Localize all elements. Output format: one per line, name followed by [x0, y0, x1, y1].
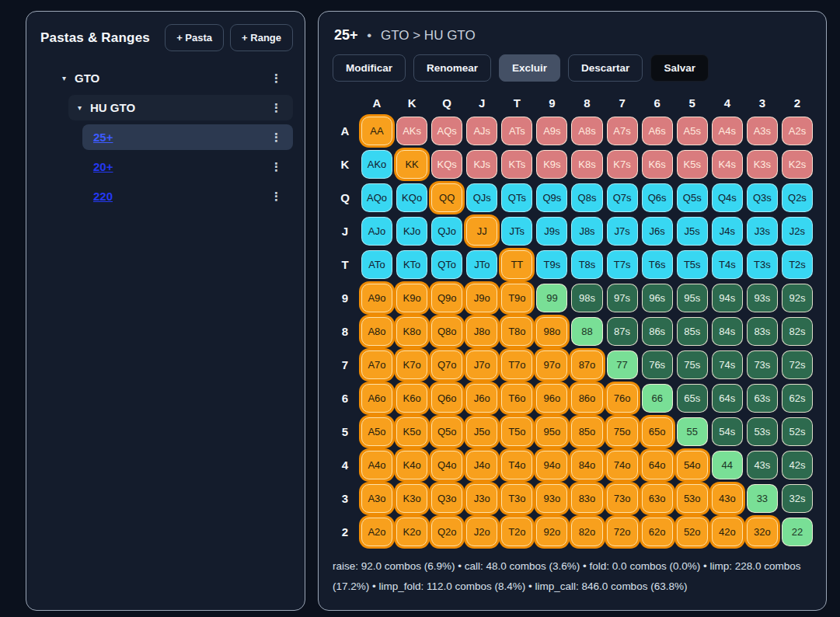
hand-cell-87o[interactable]: 87o	[571, 350, 602, 379]
hand-cell-j3s[interactable]: J3s	[747, 217, 778, 246]
hand-cell-a9o[interactable]: A9o	[361, 284, 392, 312]
hand-cell-aks[interactable]: AKs	[396, 117, 427, 145]
hand-cell-92s[interactable]: 92s	[782, 284, 813, 312]
hand-cell-83o[interactable]: 83o	[571, 484, 602, 513]
hand-cell-ajo[interactable]: AJo	[361, 217, 392, 246]
hand-cell-95o[interactable]: 95o	[536, 417, 567, 446]
hand-cell-42s[interactable]: 42s	[782, 451, 813, 479]
hand-cell-88[interactable]: 88	[571, 317, 602, 346]
hand-cell-82s[interactable]: 82s	[782, 317, 813, 346]
hand-cell-73o[interactable]: 73o	[607, 484, 638, 513]
hand-cell-jto[interactable]: JTo	[466, 250, 497, 279]
hand-cell-q7s[interactable]: Q7s	[607, 183, 638, 212]
hand-cell-t2s[interactable]: T2s	[782, 250, 813, 279]
hand-cell-83s[interactable]: 83s	[747, 317, 778, 346]
hand-cell-t5s[interactable]: T5s	[677, 250, 708, 279]
hand-cell-44[interactable]: 44	[712, 451, 743, 479]
hand-cell-96o[interactable]: 96o	[536, 384, 567, 413]
caret-down-icon[interactable]: ▾	[78, 104, 82, 112]
kebab-menu-icon[interactable]: ⋮	[267, 131, 285, 143]
hand-cell-k8s[interactable]: K8s	[571, 150, 602, 179]
hand-cell-52o[interactable]: 52o	[677, 518, 708, 546]
hand-cell-t8s[interactable]: T8s	[571, 250, 602, 279]
hand-cell-k9o[interactable]: K9o	[396, 284, 427, 312]
hand-cell-kts[interactable]: KTs	[501, 150, 532, 179]
hand-cell-33[interactable]: 33	[747, 484, 778, 513]
hand-cell-22[interactable]: 22	[782, 518, 813, 546]
hand-cell-qq[interactable]: QQ	[431, 183, 462, 212]
hand-cell-q9o[interactable]: Q9o	[431, 284, 462, 312]
hand-cell-65o[interactable]: 65o	[642, 417, 673, 446]
hand-cell-84o[interactable]: 84o	[571, 451, 602, 479]
hand-cell-t5o[interactable]: T5o	[501, 417, 532, 446]
hand-cell-a4o[interactable]: A4o	[361, 451, 392, 479]
kebab-menu-icon[interactable]: ⋮	[267, 102, 285, 113]
hand-cell-t9s[interactable]: T9s	[536, 250, 567, 279]
tree-item-gto[interactable]: ▾GTO⋮	[59, 65, 293, 91]
hand-cell-j5o[interactable]: J5o	[466, 417, 497, 446]
hand-cell-j2s[interactable]: J2s	[782, 217, 813, 246]
hand-cell-kqs[interactable]: KQs	[431, 150, 462, 179]
kebab-menu-icon[interactable]: ⋮	[267, 190, 285, 202]
hand-cell-j2o[interactable]: J2o	[466, 518, 497, 546]
hand-cell-a8o[interactable]: A8o	[361, 317, 392, 346]
hand-cell-62o[interactable]: 62o	[642, 518, 673, 546]
excluir-button[interactable]: Excluir	[499, 54, 560, 82]
hand-cell-q6s[interactable]: Q6s	[642, 183, 673, 212]
hand-cell-77[interactable]: 77	[607, 350, 638, 379]
hand-cell-kto[interactable]: KTo	[396, 250, 427, 279]
hand-cell-qts[interactable]: QTs	[501, 183, 532, 212]
hand-cell-tt[interactable]: TT	[501, 250, 532, 279]
tree-item-25[interactable]: 25+⋮	[82, 124, 293, 150]
hand-cell-q2o[interactable]: Q2o	[431, 518, 462, 546]
hand-cell-32o[interactable]: 32o	[747, 518, 778, 546]
hand-cell-q3s[interactable]: Q3s	[747, 183, 778, 212]
hand-cell-kjo[interactable]: KJo	[396, 217, 427, 246]
hand-cell-84s[interactable]: 84s	[712, 317, 743, 346]
hand-cell-k7o[interactable]: K7o	[396, 350, 427, 379]
hand-cell-t3o[interactable]: T3o	[501, 484, 532, 513]
hand-cell-j9o[interactable]: J9o	[466, 284, 497, 312]
hand-cell-t7o[interactable]: T7o	[501, 350, 532, 379]
tree-item-20[interactable]: 20+⋮	[82, 154, 293, 180]
add-range-button[interactable]: + Range	[230, 24, 293, 51]
hand-cell-72s[interactable]: 72s	[782, 350, 813, 379]
hand-cell-52s[interactable]: 52s	[782, 417, 813, 446]
hand-cell-97o[interactable]: 97o	[536, 350, 567, 379]
hand-cell-92o[interactable]: 92o	[536, 518, 567, 546]
hand-cell-t9o[interactable]: T9o	[501, 284, 532, 312]
hand-cell-aqo[interactable]: AQo	[361, 183, 392, 212]
hand-cell-t7s[interactable]: T7s	[607, 250, 638, 279]
hand-cell-a4s[interactable]: A4s	[712, 117, 743, 145]
hand-cell-43o[interactable]: 43o	[712, 484, 743, 513]
hand-cell-j6s[interactable]: J6s	[642, 217, 673, 246]
hand-cell-t2o[interactable]: T2o	[501, 518, 532, 546]
descartar-button[interactable]: Descartar	[568, 54, 643, 82]
hand-cell-k2s[interactable]: K2s	[782, 150, 813, 179]
hand-cell-54s[interactable]: 54s	[712, 417, 743, 446]
hand-cell-t6o[interactable]: T6o	[501, 384, 532, 413]
hand-cell-86o[interactable]: 86o	[571, 384, 602, 413]
hand-cell-j3o[interactable]: J3o	[466, 484, 497, 513]
hand-cell-94o[interactable]: 94o	[536, 451, 567, 479]
hand-cell-63s[interactable]: 63s	[747, 384, 778, 413]
hand-cell-jts[interactable]: JTs	[501, 217, 532, 246]
hand-cell-a3s[interactable]: A3s	[747, 117, 778, 145]
hand-cell-t4o[interactable]: T4o	[501, 451, 532, 479]
hand-cell-64o[interactable]: 64o	[642, 451, 673, 479]
hand-cell-q7o[interactable]: Q7o	[431, 350, 462, 379]
hand-cell-96s[interactable]: 96s	[642, 284, 673, 312]
hand-cell-99[interactable]: 99	[536, 284, 567, 312]
hand-cell-t4s[interactable]: T4s	[712, 250, 743, 279]
hand-cell-kjs[interactable]: KJs	[466, 150, 497, 179]
hand-cell-q6o[interactable]: Q6o	[431, 384, 462, 413]
hand-cell-t3s[interactable]: T3s	[747, 250, 778, 279]
hand-cell-76o[interactable]: 76o	[607, 384, 638, 413]
kebab-menu-icon[interactable]: ⋮	[267, 72, 285, 84]
caret-down-icon[interactable]: ▾	[62, 75, 66, 82]
kebab-menu-icon[interactable]: ⋮	[267, 161, 285, 173]
hand-cell-k7s[interactable]: K7s	[607, 150, 638, 179]
hand-cell-72o[interactable]: 72o	[607, 518, 638, 546]
hand-cell-j7o[interactable]: J7o	[466, 350, 497, 379]
hand-cell-q8o[interactable]: Q8o	[431, 317, 462, 346]
